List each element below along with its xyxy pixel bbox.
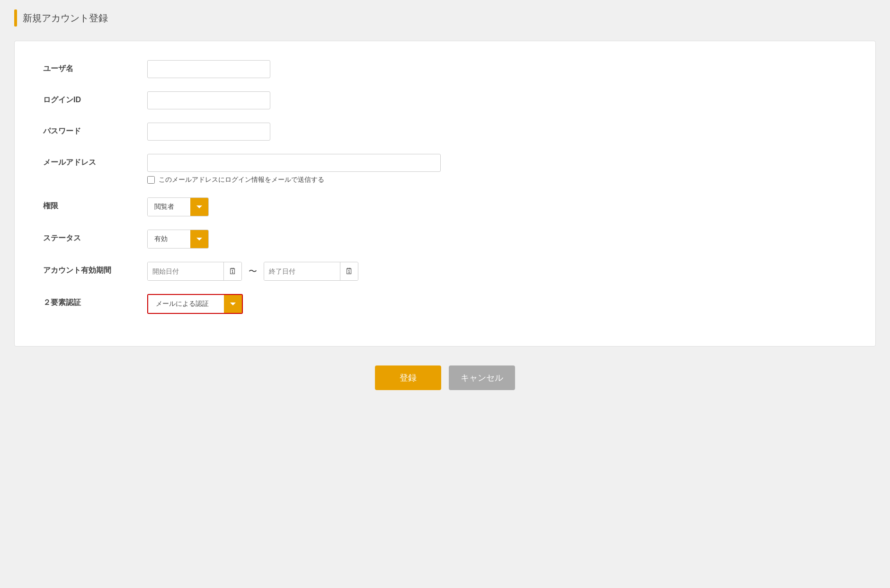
- end-date-calendar-btn[interactable]: 🗓: [340, 262, 358, 280]
- status-row: ステータス 有効: [43, 230, 847, 249]
- email-checkbox-row: このメールアドレスにログイン情報をメールで送信する: [147, 176, 847, 184]
- status-label: ステータス: [43, 230, 147, 243]
- two-factor-row: ２要素認証 メールによる認証: [43, 294, 847, 314]
- register-button[interactable]: 登録: [375, 365, 441, 390]
- two-factor-dropdown-btn[interactable]: [224, 295, 242, 313]
- calendar-icon: 🗓: [229, 267, 237, 276]
- login-id-label: ログインID: [43, 91, 147, 105]
- password-input[interactable]: [147, 123, 270, 141]
- email-row: メールアドレス このメールアドレスにログイン情報をメールで送信する: [43, 154, 847, 184]
- password-label: パスワード: [43, 123, 147, 136]
- two-factor-value: メールによる認証: [148, 295, 224, 313]
- permission-value: 閲覧者: [148, 198, 190, 216]
- page-title-bar: 新規アカウント登録: [14, 9, 108, 27]
- login-id-input[interactable]: [147, 91, 270, 109]
- start-date-calendar-btn[interactable]: 🗓: [223, 262, 241, 280]
- status-dropdown-btn[interactable]: [190, 230, 208, 248]
- permission-label: 権限: [43, 197, 147, 211]
- username-control: [147, 60, 847, 78]
- form-card: ユーザ名 ログインID パスワード メールアドレス このメールアドレスにログイン…: [14, 41, 876, 347]
- page-header: 新規アカウント登録: [14, 9, 876, 27]
- email-label: メールアドレス: [43, 154, 147, 168]
- account-period-label: アカウント有効期間: [43, 262, 147, 276]
- account-period-row: アカウント有効期間 🗓 〜 🗓: [43, 262, 847, 281]
- chevron-down-icon: [196, 203, 203, 211]
- two-factor-select[interactable]: メールによる認証: [147, 294, 243, 314]
- end-date-input[interactable]: [264, 262, 340, 280]
- date-range-tilde: 〜: [247, 266, 259, 277]
- account-period-control: 🗓 〜 🗓: [147, 262, 847, 281]
- password-control: [147, 123, 847, 141]
- permission-control: 閲覧者: [147, 197, 847, 216]
- status-control: 有効: [147, 230, 847, 249]
- email-control: このメールアドレスにログイン情報をメールで送信する: [147, 154, 847, 184]
- chevron-down-icon: [196, 235, 203, 243]
- start-date-input[interactable]: [148, 262, 223, 280]
- login-id-control: [147, 91, 847, 109]
- username-row: ユーザ名: [43, 60, 847, 78]
- start-date-wrap: 🗓: [147, 262, 242, 281]
- cancel-button[interactable]: キャンセル: [449, 365, 515, 390]
- password-row: パスワード: [43, 123, 847, 141]
- permission-row: 権限 閲覧者: [43, 197, 847, 216]
- title-accent-bar: [14, 9, 17, 27]
- username-input[interactable]: [147, 60, 270, 78]
- permission-dropdown-btn[interactable]: [190, 198, 208, 216]
- username-label: ユーザ名: [43, 60, 147, 74]
- login-id-row: ログインID: [43, 91, 847, 109]
- date-range: 🗓 〜 🗓: [147, 262, 847, 281]
- permission-select[interactable]: 閲覧者: [147, 197, 209, 216]
- page-title: 新規アカウント登録: [23, 12, 108, 25]
- email-send-checkbox[interactable]: [147, 176, 155, 184]
- button-row: 登録 キャンセル: [14, 365, 876, 390]
- status-select[interactable]: 有効: [147, 230, 209, 249]
- end-date-wrap: 🗓: [264, 262, 358, 281]
- two-factor-label: ２要素認証: [43, 294, 147, 308]
- two-factor-control: メールによる認証: [147, 294, 847, 314]
- chevron-down-icon: [229, 300, 237, 308]
- status-value: 有効: [148, 230, 190, 248]
- email-input[interactable]: [147, 154, 441, 172]
- email-checkbox-label: このメールアドレスにログイン情報をメールで送信する: [159, 176, 324, 184]
- calendar-icon: 🗓: [345, 267, 354, 276]
